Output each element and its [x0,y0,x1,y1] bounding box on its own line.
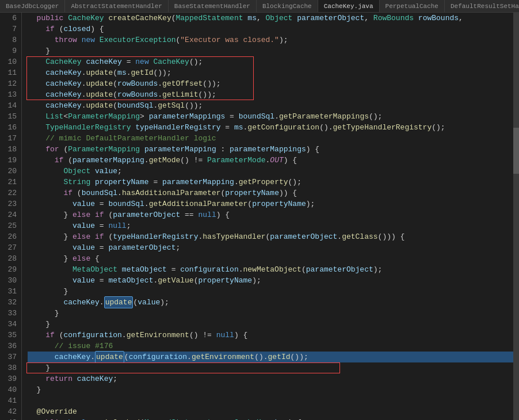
code-line-18: for (ParameterMapping parameterMapping :… [28,144,519,155]
code-line-28: } else { [28,253,519,264]
code-line-13: cacheKey.update(rowBounds.getLimit()); [28,89,519,100]
code-line-8: throw new ExecutorException("Executor wa… [28,35,519,45]
code-line-14: cacheKey.update(boundSql.getSql()); [28,100,519,111]
code-line-22: if (boundSql.hasAdditionalParameter(prop… [28,188,519,198]
code-line-36: // issue #176 [28,341,519,352]
code-line-16: TypeHandlerRegistry typeHandlerRegistry … [28,122,519,133]
code-line-37: cacheKey.update(configuration.getEnviron… [28,352,519,362]
code-line-24: } else if (parameterObject == null) { [28,209,519,220]
tab-abstractstatementhandler[interactable]: AbstractStatementHandler [65,0,168,13]
code-line-33: } [28,308,519,319]
tab-cachekey[interactable]: CacheKey.java [318,0,380,13]
code-line-30: value = metaObject.getValue(propertyName… [28,275,519,286]
code-line-25: value = null; [28,220,519,231]
code-line-7: if (closed) { [28,24,519,35]
code-content: public CacheKey createCacheKey(MappedSta… [22,13,519,420]
tab-bar: BaseJdbcLogger AbstractStatementHandler … [0,0,519,13]
scrollbar-thumb[interactable] [513,128,519,174]
code-line-10: CacheKey cacheKey = new CacheKey(); [28,56,519,67]
code-line-35: if (configuration.getEnvironment() != nu… [28,330,519,341]
editor-container: BaseJdbcLogger AbstractStatementHandler … [0,0,519,420]
code-line-6: public CacheKey createCacheKey(MappedSta… [28,13,519,24]
code-line-31: } [28,286,519,297]
code-line-23: value = boundSql.getAdditionalParameter(… [28,198,519,209]
code-line-42: @Override [28,406,519,417]
code-line-40: } [28,384,519,395]
code-line-15: List<ParameterMapping> parameterMappings… [28,111,519,122]
tab-defaultresultsethandler[interactable]: DefaultResultSetHandler... [445,0,519,13]
code-line-29: MetaObject metaObject = configuration.ne… [28,264,519,275]
tab-blockingcache[interactable]: BlockingCache [257,0,318,13]
code-line-9: } [28,45,519,56]
tab-basejdbclogger[interactable]: BaseJdbcLogger [0,0,65,13]
code-line-11: cacheKey.update(ms.getId()); [28,67,519,78]
code-line-32: cacheKey.update(value); [28,297,519,308]
tab-perpetualcache[interactable]: PerpetualCache [380,0,445,13]
code-line-43: public boolean isCached(MappedStatement … [28,417,519,420]
code-line-19: if (parameterMapping.getMode() != Parame… [28,155,519,166]
code-line-17: // mimic DefaultParameterHandler logic [28,133,519,144]
code-line-21: String propertyName = parameterMapping.g… [28,177,519,188]
scrollbar[interactable] [513,13,519,420]
code-line-26: } else if (typeHandlerRegistry.hasTypeHa… [28,231,519,242]
code-area: 6 7 8 9 10 11 12 13 14 15 16 17 18 19 20… [0,13,519,420]
line-numbers: 6 7 8 9 10 11 12 13 14 15 16 17 18 19 20… [0,13,22,420]
code-line-39: return cacheKey; [28,373,519,384]
tab-basestatementhandler[interactable]: BaseStatementHandler [169,0,257,13]
code-line-12: cacheKey.update(rowBounds.getOffset()); [28,78,519,89]
code-line-41 [28,395,519,406]
code-line-27: value = parameterObject; [28,242,519,253]
code-line-20: Object value; [28,166,519,177]
code-line-34: } [28,319,519,330]
code-line-38: } [28,362,519,373]
